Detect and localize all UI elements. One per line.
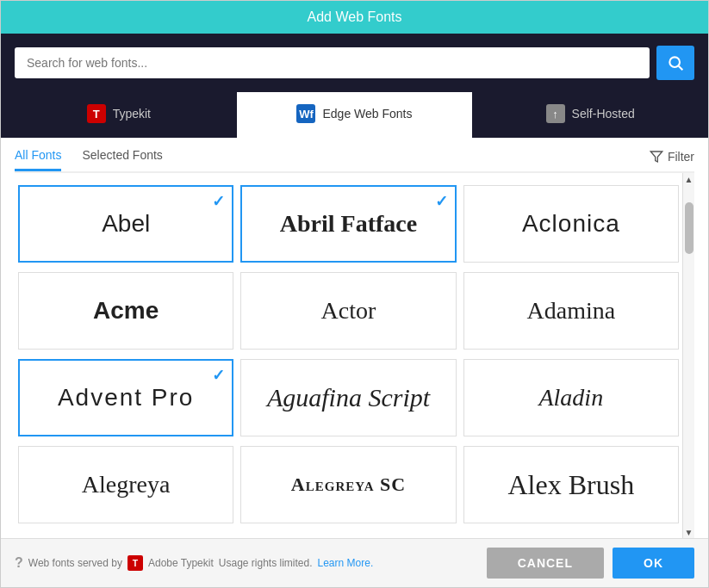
font-name-adamina: Adamina	[527, 297, 616, 325]
ok-button[interactable]: OK	[613, 548, 694, 579]
typekit-tab-label: Typekit	[113, 107, 151, 121]
scrollbar-track: ▲ ▼	[682, 173, 694, 538]
check-icon-advent: ✓	[212, 366, 225, 385]
scrollbar-down[interactable]: ▼	[683, 526, 695, 538]
font-card-aclonica[interactable]: Aclonica	[463, 185, 679, 263]
footer-info: ? Web fonts served by T Adobe Typekit Us…	[15, 555, 373, 571]
dialog-title: Add Web Fonts	[308, 9, 402, 24]
font-name-advent: Advent Pro	[58, 384, 195, 412]
edge-icon: Wf	[296, 104, 315, 123]
font-name-alegreyasc: Alegreya SC	[291, 473, 406, 496]
footer-buttons: CANCEL OK	[487, 548, 694, 579]
search-input[interactable]	[15, 47, 650, 78]
font-card-actor[interactable]: Actor	[240, 272, 456, 350]
tab-selfhosted[interactable]: ↑ Self-Hosted	[472, 92, 708, 138]
font-card-aguafina[interactable]: Aguafina Script	[240, 359, 456, 436]
check-icon-abril: ✓	[435, 192, 448, 211]
font-name-actor: Actor	[321, 297, 376, 325]
font-name-alexbrush: Alex Brush	[508, 469, 635, 501]
sub-tabs: All Fonts Selected Fonts Filter	[15, 138, 694, 173]
font-card-alegreyasc[interactable]: Alegreya SC	[240, 446, 456, 523]
font-card-adamina[interactable]: Adamina	[463, 272, 679, 350]
footer-help-text: Web fonts served by	[28, 557, 122, 569]
typekit-logo-icon: T	[127, 555, 143, 571]
filter-button[interactable]: Filter	[650, 150, 694, 170]
font-card-abel[interactable]: ✓Abel	[18, 185, 233, 263]
font-name-abril: Abril Fatface	[280, 210, 417, 238]
sub-tab-selected[interactable]: Selected Fonts	[82, 148, 162, 171]
selfhosted-icon: ↑	[546, 104, 565, 123]
tabs-bar: T Typekit Wf Edge Web Fonts ↑ Self-Hoste…	[1, 92, 708, 138]
scrollbar-up[interactable]: ▲	[683, 173, 695, 185]
selfhosted-tab-label: Self-Hosted	[572, 107, 635, 121]
cancel-button[interactable]: CANCEL	[487, 548, 604, 579]
check-icon-abel: ✓	[212, 192, 225, 211]
font-card-alegreya[interactable]: Alegreya	[18, 446, 233, 523]
font-name-aladin: Aladin	[538, 384, 603, 412]
font-name-abel: Abel	[102, 210, 150, 238]
font-card-advent[interactable]: ✓Advent Pro	[18, 359, 233, 436]
fonts-grid-container: ✓Abel✓Abril FatfaceAclonicaAcmeActorAdam…	[15, 173, 694, 538]
filter-icon	[650, 150, 663, 164]
search-button[interactable]	[656, 46, 694, 80]
font-card-abril[interactable]: ✓Abril Fatface	[240, 185, 456, 263]
scrollbar-thumb[interactable]	[685, 202, 693, 254]
footer-provider: Adobe Typekit	[148, 557, 214, 569]
font-name-acme: Acme	[93, 297, 159, 325]
dialog-header: Add Web Fonts	[1, 1, 708, 34]
search-icon	[667, 54, 684, 71]
font-card-acme[interactable]: Acme	[18, 272, 233, 350]
footer: ? Web fonts served by T Adobe Typekit Us…	[1, 538, 708, 587]
font-name-aclonica: Aclonica	[522, 210, 620, 238]
svg-point-0	[669, 57, 680, 67]
filter-label: Filter	[668, 150, 694, 164]
font-name-aguafina: Aguafina Script	[267, 383, 430, 412]
sub-tab-all[interactable]: All Fonts	[15, 148, 61, 171]
svg-line-1	[679, 66, 683, 71]
edge-tab-label: Edge Web Fonts	[322, 107, 412, 121]
font-card-alexbrush[interactable]: Alex Brush	[463, 446, 679, 523]
fonts-grid: ✓Abel✓Abril FatfaceAclonicaAcmeActorAdam…	[15, 173, 682, 538]
font-card-aladin[interactable]: Aladin	[463, 359, 679, 436]
tab-edge[interactable]: Wf Edge Web Fonts	[237, 92, 473, 138]
font-name-alegreya: Alegreya	[82, 471, 171, 498]
add-web-fonts-dialog: Add Web Fonts T Typekit Wf Edge Web Font…	[0, 0, 709, 588]
typekit-icon: T	[87, 104, 106, 123]
help-icon: ?	[15, 555, 23, 571]
learn-more-link[interactable]: Learn More.	[318, 557, 374, 569]
footer-usage: Usage rights limited.	[219, 557, 313, 569]
search-bar	[1, 34, 708, 92]
svg-text:T: T	[133, 558, 139, 568]
svg-marker-2	[650, 152, 662, 162]
tab-typekit[interactable]: T Typekit	[1, 92, 237, 138]
content-area: All Fonts Selected Fonts Filter ✓Abel✓Ab…	[1, 138, 708, 538]
